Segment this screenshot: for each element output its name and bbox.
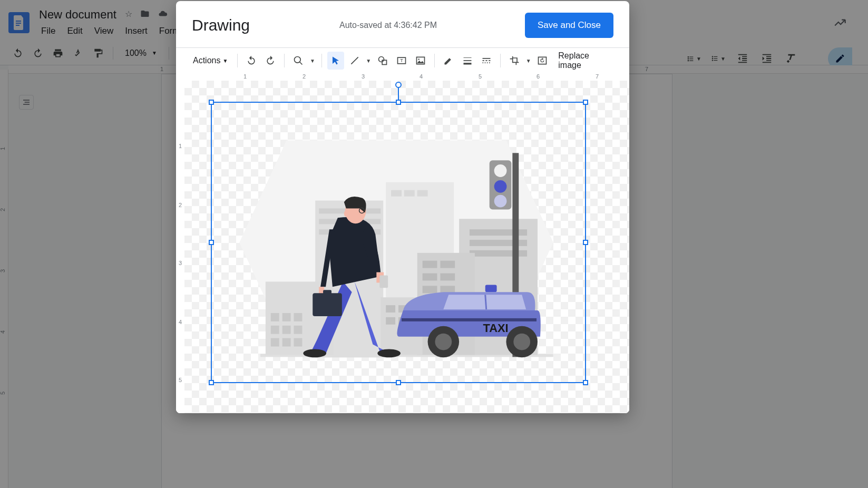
svg-rect-25 [483,62,484,63]
svg-rect-35 [417,190,428,197]
svg-rect-18 [463,57,471,58]
svg-rect-73 [402,318,537,321]
save-close-button[interactable]: Save and Close [525,13,613,38]
svg-point-75 [435,334,452,350]
svg-rect-24 [489,60,490,61]
undo-icon[interactable] [243,52,260,70]
svg-line-11 [351,57,358,64]
zoom-icon[interactable] [290,52,307,70]
svg-point-9 [295,57,301,63]
svg-rect-13 [382,60,386,64]
drawing-vertical-ruler: 1 2 3 4 5 [176,81,184,413]
svg-rect-47 [271,338,279,347]
svg-rect-59 [423,286,437,293]
select-tool-icon[interactable] [327,52,344,70]
svg-rect-26 [485,62,486,63]
replace-image-button[interactable]: Replace image [553,49,617,72]
crop-icon[interactable] [506,52,523,70]
svg-rect-60 [440,286,455,293]
svg-rect-20 [463,63,471,64]
svg-point-79 [377,349,401,357]
svg-rect-21 [483,58,491,59]
drawing-image: TAXI [213,104,584,381]
svg-rect-48 [282,338,291,347]
drawing-horizontal-ruler: 1 2 3 4 5 6 7 [176,73,629,81]
svg-text:TAXI: TAXI [483,321,509,335]
svg-rect-84 [313,293,342,316]
actions-menu[interactable]: Actions▼ [189,54,232,67]
modal-header: Drawing Auto-saved at 4:36:42 PM Save an… [176,1,629,47]
textbox-tool-icon[interactable]: T [393,52,410,70]
svg-rect-22 [483,60,484,61]
svg-rect-19 [463,60,471,61]
svg-point-69 [494,180,507,193]
svg-text:T: T [400,58,403,63]
border-color-icon[interactable] [440,52,457,70]
svg-line-10 [300,62,303,65]
line-dropdown-icon[interactable]: ▼ [365,58,372,64]
svg-rect-45 [282,326,291,334]
line-tool-icon[interactable] [346,52,363,70]
svg-rect-44 [271,326,279,334]
svg-point-77 [513,334,530,350]
reset-image-icon[interactable] [534,52,551,70]
image-selection[interactable]: TAXI [211,102,586,383]
crop-dropdown-icon[interactable]: ▼ [525,58,532,64]
svg-rect-71 [485,285,497,292]
svg-rect-55 [423,261,437,268]
rotation-handle[interactable] [395,82,402,88]
svg-rect-58 [440,274,455,281]
svg-point-12 [378,57,384,62]
modal-title: Drawing [192,16,250,34]
svg-rect-28 [489,62,490,63]
svg-rect-43 [294,313,303,321]
shape-tool-icon[interactable] [374,52,391,70]
drawing-canvas[interactable]: 1 2 3 4 5 6 7 1 2 3 4 5 [176,73,629,413]
svg-rect-27 [487,62,488,63]
svg-rect-42 [282,313,291,321]
svg-line-72 [485,295,486,309]
svg-rect-46 [294,326,303,334]
svg-rect-64 [386,317,395,325]
svg-point-80 [303,349,326,357]
svg-rect-34 [404,190,415,197]
redo-icon[interactable] [262,52,279,70]
svg-rect-56 [440,261,455,268]
border-weight-icon[interactable] [459,52,476,70]
border-dash-icon[interactable] [478,52,495,70]
svg-rect-33 [391,190,402,197]
svg-point-17 [418,58,420,60]
svg-rect-62 [386,305,395,313]
svg-rect-57 [423,274,437,281]
drawing-modal: Drawing Auto-saved at 4:36:42 PM Save an… [176,1,629,413]
svg-point-70 [494,195,507,208]
zoom-dropdown-icon[interactable]: ▼ [309,58,316,64]
svg-rect-49 [294,338,303,347]
svg-rect-41 [271,313,279,321]
svg-rect-85 [323,290,331,294]
autosave-status: Auto-saved at 4:36:42 PM [339,21,437,30]
svg-rect-23 [485,60,487,61]
svg-point-88 [344,210,348,217]
drawing-toolbar: Actions▼ ▼ ▼ T ▼ Replace image [176,48,629,73]
svg-rect-82 [379,276,388,288]
svg-point-68 [494,164,507,177]
image-tool-icon[interactable] [412,52,429,70]
